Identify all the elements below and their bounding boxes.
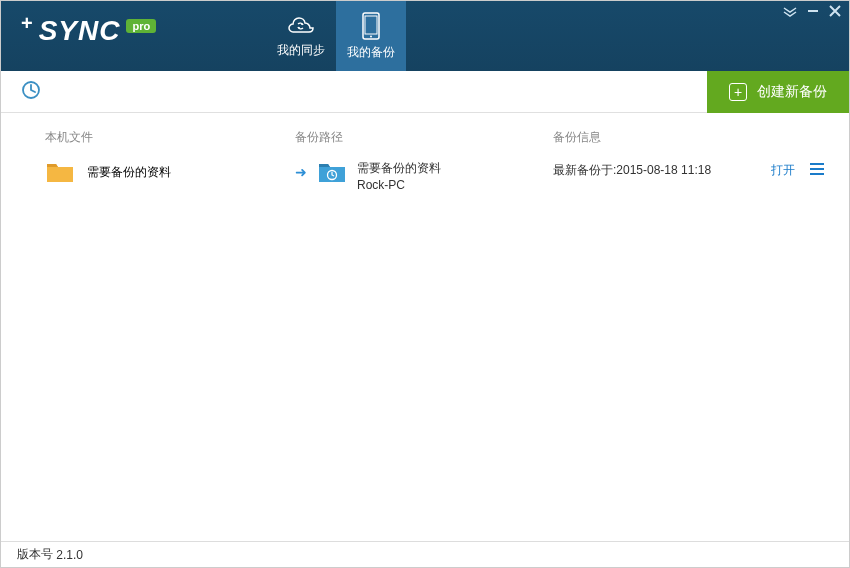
logo-badge: pro [126,19,156,33]
cloud-sync-icon [286,14,316,38]
column-headers: 本机文件 备份路径 备份信息 [45,129,825,146]
backup-info-text: 最新备份于:2015-08-18 11:18 [553,162,771,179]
logo: + SYNC pro [1,1,156,71]
version-label: 版本号 [17,546,53,563]
window-controls [783,5,841,19]
logo-plus-icon: + [21,12,33,35]
tab-backup[interactable]: 我的备份 [336,1,406,71]
logo-text: SYNC [39,15,121,47]
header-local-files: 本机文件 [45,129,295,146]
header-backup-path: 备份路径 [295,129,553,146]
content-area: 本机文件 备份路径 备份信息 需要备份的资料 ➜ [1,113,849,541]
version-number: 2.1.0 [56,548,83,562]
open-link[interactable]: 打开 [771,162,795,179]
svg-rect-1 [365,16,377,34]
create-backup-label: 创建新备份 [757,83,827,101]
menu-icon[interactable] [809,162,825,179]
dropdown-icon[interactable] [783,5,797,19]
plus-icon: + [729,83,747,101]
backup-row: 需要备份的资料 ➜ 需要备份的资料 Rock-PC [45,160,825,194]
folder-backup-icon [317,160,347,184]
tab-backup-label: 我的备份 [347,44,395,61]
local-file-item[interactable]: 需要备份的资料 [45,160,295,184]
titlebar: + SYNC pro 我的同步 我的备份 [1,1,849,71]
tab-sync-label: 我的同步 [277,42,325,59]
local-file-name: 需要备份的资料 [87,164,171,181]
backup-path-item[interactable]: 需要备份的资料 Rock-PC [317,160,441,194]
backup-path-name: 需要备份的资料 [357,160,441,177]
history-icon[interactable] [21,80,41,103]
create-backup-button[interactable]: + 创建新备份 [707,71,849,113]
folder-icon [45,160,75,184]
minimize-icon[interactable] [807,5,819,19]
nav-tabs: 我的同步 我的备份 [266,1,406,71]
footer: 版本号 2.1.0 [1,541,849,567]
toolbar: + 创建新备份 [1,71,849,113]
arrow-right-icon: ➜ [295,164,307,194]
app-window: + SYNC pro 我的同步 我的备份 [0,0,850,568]
phone-icon [361,12,381,40]
backup-path-host: Rock-PC [357,177,441,194]
close-icon[interactable] [829,5,841,19]
tab-sync[interactable]: 我的同步 [266,1,336,71]
svg-point-2 [370,35,372,37]
header-backup-info: 备份信息 [553,129,825,146]
